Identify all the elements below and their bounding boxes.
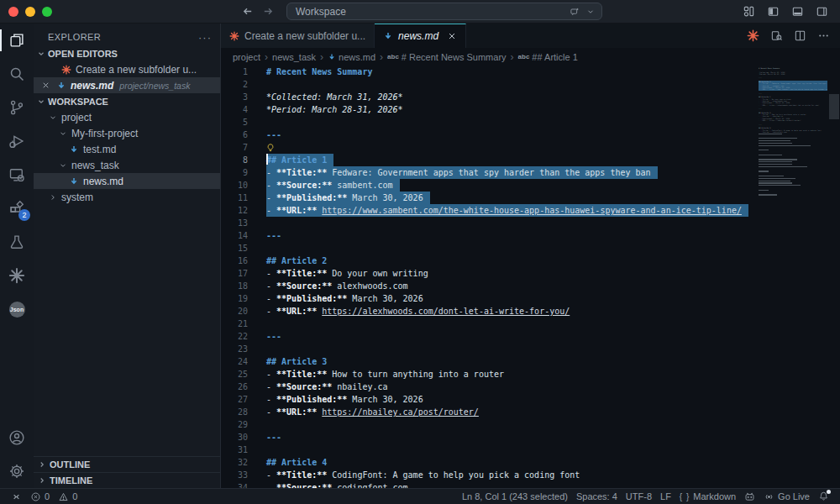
activity-item-explorer[interactable] xyxy=(0,24,34,57)
activity-item-json-extension[interactable]: Json xyxy=(0,292,34,326)
code-line-20[interactable]: 20- **URL:** https://alexhwoods.com/dont… xyxy=(221,305,840,318)
activity-item-extensions[interactable]: 2 xyxy=(0,192,34,225)
code-line-16[interactable]: 16## Article 2 xyxy=(221,255,840,267)
line-number[interactable]: 18 xyxy=(221,280,248,292)
minimize-window-button[interactable] xyxy=(25,7,35,17)
code-line-29[interactable]: 29 xyxy=(221,418,840,431)
status-remote-status[interactable] xyxy=(7,491,26,502)
status-notifications[interactable] xyxy=(814,491,833,503)
code-line-2[interactable]: 2 xyxy=(221,78,840,91)
scrollbar-thumb[interactable] xyxy=(829,94,839,119)
breadcrumb-item[interactable]: project xyxy=(233,52,260,62)
activity-item-accounts[interactable] xyxy=(0,421,34,454)
tab-news-md[interactable]: news.md xyxy=(375,24,466,48)
code-line-10[interactable]: 10- **Source:** sambent.com xyxy=(221,179,840,192)
activity-item-source-control[interactable] xyxy=(0,91,34,124)
code-line-34[interactable]: 34- **Source:** codingfont.com xyxy=(221,481,840,488)
toggle-primary-sidebar-icon[interactable] xyxy=(767,5,780,18)
close-tab-icon[interactable] xyxy=(447,31,457,41)
code-line-26[interactable]: 26- **Source:** nbailey.ca xyxy=(221,381,840,393)
line-number[interactable]: 21 xyxy=(221,318,248,330)
open-editors-header[interactable]: OPEN EDITORS xyxy=(34,45,220,61)
tree-item-test-md[interactable]: test.md xyxy=(34,141,220,157)
activity-item-settings[interactable] xyxy=(0,454,34,488)
line-number[interactable]: 32 xyxy=(221,456,248,469)
line-number[interactable]: 1 xyxy=(221,66,248,78)
line-number[interactable]: 19 xyxy=(221,292,248,305)
line-number[interactable]: 25 xyxy=(221,368,248,381)
code-line-17[interactable]: 17- **Title:** Do your own writing xyxy=(221,267,840,280)
status-errors-count[interactable]: 0 xyxy=(26,491,54,502)
activity-item-run-and-debug[interactable] xyxy=(0,124,34,158)
open-preview-icon[interactable] xyxy=(770,29,783,42)
code-line-23[interactable]: 23 xyxy=(221,343,840,355)
breadcrumb-item[interactable]: abc## Article 1 xyxy=(518,52,578,62)
activity-item-search[interactable] xyxy=(0,57,34,91)
code-line-24[interactable]: 24## Article 3 xyxy=(221,355,840,368)
maximize-window-button[interactable] xyxy=(42,7,52,17)
status-encoding[interactable]: UTF-8 xyxy=(622,491,656,501)
line-number[interactable]: 10 xyxy=(221,179,248,192)
line-number[interactable]: 4 xyxy=(221,103,248,116)
code-line-19[interactable]: 19- **Published:** March 30, 2026 xyxy=(221,292,840,305)
line-number[interactable]: 26 xyxy=(221,381,248,393)
line-number[interactable]: 30 xyxy=(221,431,248,444)
tree-item-news-md[interactable]: news.md xyxy=(34,173,220,189)
line-number[interactable]: 15 xyxy=(221,242,248,255)
code-line-15[interactable]: 15 xyxy=(221,242,840,255)
starburst-coral-icon[interactable] xyxy=(747,29,759,42)
code-editor[interactable]: 1# Recent News Summary23*Collected: Marc… xyxy=(221,66,840,488)
code-line-22[interactable]: 22--- xyxy=(221,330,840,343)
line-number[interactable]: 11 xyxy=(221,192,248,204)
close-window-button[interactable] xyxy=(8,7,18,17)
line-number[interactable]: 12 xyxy=(221,204,248,217)
outline-section[interactable]: OUTLINE xyxy=(34,456,220,472)
line-number[interactable]: 7 xyxy=(221,141,248,154)
status-go-live[interactable]: Go Live xyxy=(759,491,814,502)
code-line-18[interactable]: 18- **Source:** alexhwoods.com xyxy=(221,280,840,292)
command-center-search[interactable]: Workspace xyxy=(286,3,602,20)
line-number[interactable]: 17 xyxy=(221,267,248,280)
line-number[interactable]: 28 xyxy=(221,406,248,418)
line-number[interactable]: 34 xyxy=(221,481,248,488)
line-number[interactable]: 8 xyxy=(221,154,248,166)
line-number[interactable]: 23 xyxy=(221,343,248,355)
status-indentation[interactable]: Spaces: 4 xyxy=(572,491,622,501)
chevron-down-icon[interactable] xyxy=(586,8,595,16)
line-number[interactable]: 33 xyxy=(221,469,248,481)
code-line-3[interactable]: 3*Collected: March 31, 2026* xyxy=(221,91,840,103)
breadcrumb-item[interactable]: news.md xyxy=(328,52,375,62)
line-number[interactable]: 16 xyxy=(221,255,248,267)
copilot-chat-icon[interactable] xyxy=(570,7,580,17)
code-line-27[interactable]: 27- **Published:** March 30, 2026 xyxy=(221,393,840,406)
code-line-31[interactable]: 31 xyxy=(221,444,840,456)
tab-create-a-new-subfolder-u-[interactable]: Create a new subfolder u... xyxy=(221,24,375,48)
code-line-6[interactable]: 6--- xyxy=(221,129,840,141)
tree-item-my-first-project[interactable]: My-first-project xyxy=(34,125,220,141)
status-cursor-position[interactable]: Ln 8, Col 1 (243 selected) xyxy=(458,491,572,501)
code-line-9[interactable]: 9- **Title:** Fedware: Government apps t… xyxy=(221,166,840,179)
lightbulb-icon[interactable] xyxy=(265,143,276,153)
line-number[interactable]: 20 xyxy=(221,305,248,318)
split-editor-icon[interactable] xyxy=(794,29,806,42)
code-line-11[interactable]: 11- **Published:** March 30, 2026 xyxy=(221,192,840,204)
code-line-21[interactable]: 21 xyxy=(221,318,840,330)
open-editor-item[interactable]: Create a new subfolder u... xyxy=(34,61,220,77)
line-number[interactable]: 27 xyxy=(221,393,248,406)
line-number[interactable]: 2 xyxy=(221,78,248,91)
code-line-32[interactable]: 32## Article 4 xyxy=(221,456,840,469)
open-editor-item[interactable]: news.mdproject/news_task xyxy=(34,77,220,93)
status-copilot-status[interactable] xyxy=(740,491,759,502)
line-number[interactable]: 9 xyxy=(221,166,248,179)
code-line-8[interactable]: 8## Article 1 xyxy=(221,154,840,166)
explorer-more-actions-icon[interactable]: ··· xyxy=(198,31,212,44)
code-line-14[interactable]: 14--- xyxy=(221,229,840,242)
activity-item-agent-extension[interactable] xyxy=(0,259,34,292)
line-number[interactable]: 6 xyxy=(221,129,248,141)
status-eol[interactable]: LF xyxy=(656,491,675,501)
navigate-back-icon[interactable] xyxy=(241,5,254,18)
close-editor-icon[interactable] xyxy=(39,81,52,90)
activity-item-remote-explorer[interactable] xyxy=(0,158,34,192)
toggle-panel-icon[interactable] xyxy=(791,5,804,18)
breadcrumb-item[interactable]: abc# Recent News Summary xyxy=(387,52,507,62)
